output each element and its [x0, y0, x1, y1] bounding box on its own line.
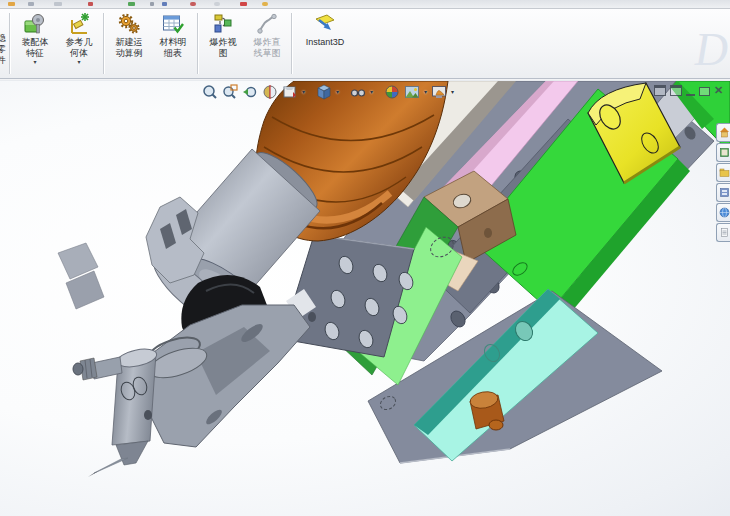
exploded-view-icon: [211, 12, 235, 36]
ribbon-button-bill-of-materials[interactable]: 材料明细表: [151, 9, 195, 78]
clipped-toolbar-row: [0, 0, 730, 9]
ribbon-button-label: 材料明细表: [160, 37, 187, 58]
previous-view-icon[interactable]: [242, 84, 258, 100]
minimize-button[interactable]: [686, 86, 695, 96]
background-watermark-letter: D: [695, 27, 728, 73]
reference-geometry-icon: [67, 12, 91, 36]
ribbon-separator: [197, 13, 199, 74]
window-menu-icon[interactable]: [654, 85, 666, 96]
dropdown-arrow-icon[interactable]: ▾: [370, 88, 373, 96]
home-icon: [719, 127, 730, 138]
ribbon-button-label: 爆炸视图: [210, 37, 237, 58]
ribbon-button-label: 爆炸直线草图: [254, 37, 281, 58]
document-icon: [719, 227, 730, 238]
assembly-ribbon-tab: 隐零件 装配体特征 ▾ 参考几何体 ▾ 新建运动算例 材料明细表 爆炸视图: [0, 9, 730, 79]
ribbon-separator: [103, 13, 105, 74]
toolbar-fragment-icon: [150, 2, 154, 6]
dropdown-arrow-icon[interactable]: ▾: [33, 59, 36, 65]
view-settings-icon[interactable]: [431, 84, 447, 100]
assembly-model[interactable]: [0, 81, 730, 516]
ribbon-separator: [291, 13, 293, 74]
display-style-icon[interactable]: [316, 84, 332, 100]
tab-file-explorer[interactable]: [716, 163, 730, 182]
toolbar-fragment-icon: [28, 2, 34, 6]
ribbon-button-label: 参考几何体: [66, 37, 93, 58]
ribbon-button-explode-line-sketch[interactable]: 爆炸直线草图: [245, 9, 289, 78]
ribbon-separator: [9, 13, 11, 74]
toolbar-fragment-icon: [54, 2, 62, 6]
close-button[interactable]: ✕: [714, 85, 723, 96]
ribbon-button-clipped-left[interactable]: 隐零件: [0, 9, 7, 78]
zoom-to-area-icon[interactable]: [222, 84, 238, 100]
folder-icon: [719, 167, 730, 178]
zoom-to-fit-icon[interactable]: [202, 84, 218, 100]
solidworks-window: { "ribbon": { "clipped_left_button": { "…: [0, 0, 730, 516]
view-orientation-icon[interactable]: [282, 84, 298, 100]
part-dispenser-needle: [94, 458, 128, 473]
ribbon-button-label: 新建运动算例: [116, 37, 143, 58]
ribbon-button-label: 装配体特征: [22, 37, 49, 58]
palette-icon: [719, 187, 730, 198]
toolbar-fragment-icon: [214, 2, 220, 6]
tab-appearances-scenes[interactable]: [716, 203, 730, 222]
motion-study-gears-icon: [117, 12, 141, 36]
tab-custom-properties[interactable]: [716, 223, 730, 242]
tab-design-library[interactable]: [716, 143, 730, 162]
dropdown-arrow-icon[interactable]: ▾: [424, 88, 427, 96]
assembly-features-icon: [23, 12, 47, 36]
dropdown-arrow-icon[interactable]: ▾: [302, 88, 305, 96]
tab-view-palette[interactable]: [716, 183, 730, 202]
apply-scene-icon[interactable]: [404, 84, 420, 100]
toolbar-fragment-icon: [190, 2, 196, 6]
toolbar-fragment-icon: [240, 2, 247, 6]
section-view-icon[interactable]: [262, 84, 278, 100]
heads-up-view-toolbar: ▾ ▾ ▾ ▾ ▾: [202, 84, 454, 100]
tab-solidworks-resources[interactable]: [716, 123, 730, 142]
toolbar-fragment-icon: [262, 2, 268, 6]
part-left-edge-plates[interactable]: [58, 243, 104, 309]
ribbon-button-label: Instant3D: [306, 37, 345, 48]
toolbar-fragment-icon: [162, 2, 167, 6]
ribbon-button-assembly-features[interactable]: 装配体特征 ▾: [13, 9, 57, 78]
dropdown-arrow-icon[interactable]: ▾: [451, 88, 454, 96]
book-icon: [719, 147, 730, 158]
toolbar-fragment-icon: [128, 2, 135, 6]
dropdown-arrow-icon[interactable]: ▾: [336, 88, 339, 96]
restore-button[interactable]: [699, 87, 710, 96]
hide-show-items-icon[interactable]: [350, 84, 366, 100]
bom-table-icon: [161, 12, 185, 36]
document-window-controls: ✕: [654, 85, 723, 96]
ribbon-button-instant3d[interactable]: Instant3D: [295, 9, 355, 78]
ribbon-button-exploded-view[interactable]: 爆炸视图: [201, 9, 245, 78]
explode-line-sketch-icon: [255, 12, 279, 36]
task-pane-tabs: [716, 123, 730, 242]
ribbon-button-reference-geometry[interactable]: 参考几何体 ▾: [57, 9, 101, 78]
ribbon-button-new-motion-study[interactable]: 新建运动算例: [107, 9, 151, 78]
globe-icon: [719, 207, 730, 218]
graphics-area[interactable]: ▾ ▾ ▾ ▾ ▾ ✕: [0, 80, 730, 516]
toolbar-fragment-icon: [8, 2, 15, 6]
dropdown-arrow-icon[interactable]: ▾: [77, 59, 80, 65]
toolbar-fragment-icon: [88, 2, 93, 6]
instant3d-icon: [313, 12, 337, 36]
edit-appearance-icon[interactable]: [384, 84, 400, 100]
window-menu-icon[interactable]: [670, 85, 682, 96]
